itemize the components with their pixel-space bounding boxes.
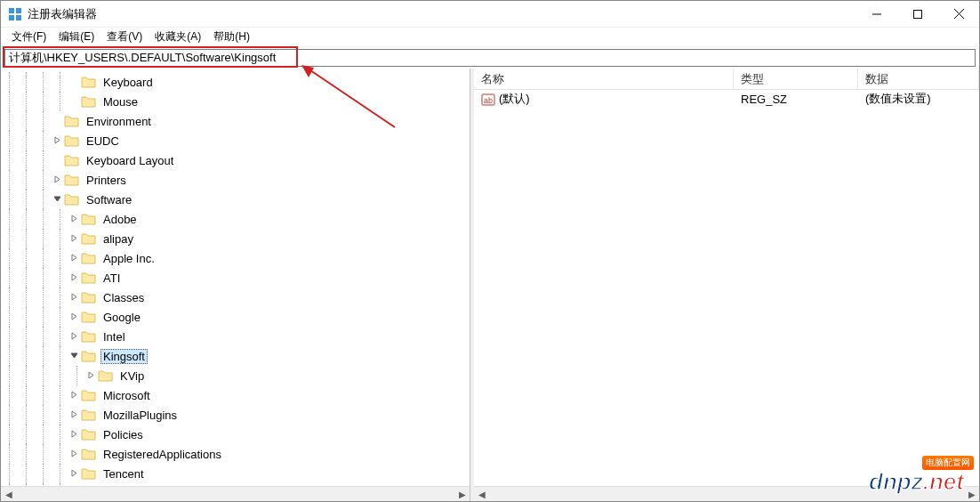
maximize-button[interactable]	[897, 1, 938, 28]
titlebar: 注册表编辑器	[1, 1, 979, 28]
tree-label[interactable]: Environment	[84, 114, 154, 129]
tree-item[interactable]: EUDC	[1, 131, 470, 150]
close-button[interactable]	[938, 1, 979, 28]
menu-edit[interactable]: 编辑(E)	[55, 28, 103, 46]
tree-item[interactable]: ATI	[1, 268, 470, 287]
tree-label[interactable]: MozillaPlugins	[100, 408, 180, 423]
tree-label[interactable]: alipay	[100, 231, 136, 247]
address-input[interactable]	[4, 49, 976, 67]
folder-icon	[64, 153, 80, 167]
col-header-data[interactable]: 数据	[858, 69, 979, 89]
folder-icon	[64, 134, 80, 148]
watermark: 电脑配置网 dnpz.net	[869, 455, 974, 496]
folder-icon	[81, 408, 97, 422]
tree-pane: KeyboardMouseEnvironmentEUDCKeyboard Lay…	[1, 69, 470, 501]
tree-toggle-icon[interactable]	[85, 370, 98, 381]
tree-item[interactable]: Kingsoft	[1, 346, 470, 366]
tree-item[interactable]: KVip	[1, 366, 470, 385]
tree-label[interactable]: Kingsoft	[100, 349, 148, 364]
tree-toggle-icon[interactable]	[52, 194, 64, 205]
cell-name: ab(默认)	[474, 91, 734, 107]
tree-toggle-icon[interactable]	[52, 174, 64, 185]
list-row[interactable]: ab(默认)REG_SZ(数值未设置)	[474, 90, 979, 108]
tree-toggle-icon[interactable]	[68, 390, 81, 401]
tree-toggle-icon[interactable]	[68, 233, 81, 244]
tree-label[interactable]: Software	[84, 192, 134, 207]
scroll-left-icon[interactable]: ◀	[474, 487, 489, 502]
menu-favorites[interactable]: 收藏夹(A)	[151, 28, 210, 46]
tree-item[interactable]: Software	[1, 190, 470, 209]
content-panes: KeyboardMouseEnvironmentEUDCKeyboard Lay…	[1, 69, 979, 501]
tree-toggle-icon[interactable]	[68, 331, 81, 342]
col-header-name[interactable]: 名称	[474, 69, 734, 89]
list-header: 名称 类型 数据	[474, 69, 979, 90]
menu-help[interactable]: 帮助(H)	[210, 28, 259, 46]
tree-hscrollbar[interactable]: ◀ ▶	[1, 486, 470, 501]
tree-label[interactable]: Mouse	[100, 94, 141, 109]
tree-toggle-icon[interactable]	[68, 468, 81, 479]
tree-label[interactable]: KVip	[117, 368, 147, 384]
tree-label[interactable]: Tencent	[100, 466, 147, 482]
col-header-type[interactable]: 类型	[734, 69, 858, 89]
tree-toggle-icon[interactable]	[68, 214, 81, 224]
tree-item[interactable]: Apple Inc.	[1, 248, 470, 268]
menu-file[interactable]: 文件(F)	[8, 28, 55, 46]
tree-item[interactable]: Tencent	[1, 464, 470, 483]
tree-item[interactable]: Classes	[1, 287, 470, 307]
tree-item[interactable]: Google	[1, 307, 470, 327]
tree-label[interactable]: Apple Inc.	[100, 251, 157, 266]
tree-label[interactable]: ATI	[100, 271, 123, 286]
tree-item[interactable]: alipay	[1, 229, 470, 248]
folder-icon	[81, 231, 97, 246]
tree-label[interactable]: Policies	[100, 427, 146, 442]
window-controls	[856, 1, 979, 28]
cell-type: REG_SZ	[734, 93, 858, 106]
tree-item[interactable]: Printers	[1, 170, 470, 190]
tree-label[interactable]: Waves Audio	[100, 486, 173, 487]
tree-label[interactable]: Printers	[84, 173, 129, 188]
tree-container[interactable]: KeyboardMouseEnvironmentEUDCKeyboard Lay…	[1, 72, 470, 486]
tree-label[interactable]: Intel	[100, 329, 128, 344]
list-body[interactable]: ab(默认)REG_SZ(数值未设置)	[474, 90, 979, 486]
tree-label[interactable]: EUDC	[84, 134, 122, 149]
tree-label[interactable]: Classes	[100, 290, 147, 305]
tree-toggle-icon[interactable]	[68, 429, 81, 440]
minimize-button[interactable]	[856, 1, 897, 28]
tree-label[interactable]: Adobe	[100, 212, 140, 227]
tree-item[interactable]: Adobe	[1, 209, 470, 229]
tree-toggle-icon[interactable]	[68, 272, 81, 283]
tree-item[interactable]: Microsoft	[1, 385, 470, 405]
cell-data: (数值未设置)	[858, 91, 979, 107]
tree-item[interactable]: Mouse	[1, 92, 470, 111]
tree-toggle-icon[interactable]	[68, 409, 81, 420]
tree-item[interactable]: RegisteredApplications	[1, 444, 470, 464]
svg-text:ab: ab	[484, 96, 493, 105]
tree-item[interactable]: Policies	[1, 425, 470, 444]
tree-item[interactable]: Intel	[1, 327, 470, 346]
menu-view[interactable]: 查看(V)	[103, 28, 151, 46]
tree-label[interactable]: Google	[100, 310, 143, 325]
scroll-right-icon[interactable]: ▶	[454, 487, 470, 502]
tree-label[interactable]: Keyboard Layout	[84, 153, 176, 168]
tree-label[interactable]: Microsoft	[100, 388, 153, 403]
scroll-left-icon[interactable]: ◀	[1, 487, 16, 502]
tree-toggle-icon[interactable]	[68, 312, 81, 322]
folder-icon	[81, 75, 97, 89]
tree-toggle-icon[interactable]	[68, 351, 81, 361]
svg-rect-3	[16, 15, 21, 20]
folder-icon	[81, 271, 97, 285]
tree-toggle-icon[interactable]	[68, 253, 81, 263]
svg-rect-2	[9, 15, 14, 20]
tree-toggle-icon[interactable]	[68, 449, 81, 459]
string-value-icon: ab	[481, 93, 495, 107]
tree-label[interactable]: Keyboard	[100, 75, 156, 90]
tree-label[interactable]: RegisteredApplications	[100, 447, 224, 462]
tree-item[interactable]: Environment	[1, 111, 470, 131]
watermark-text: dnpz.net	[869, 468, 974, 496]
tree-item[interactable]: Keyboard Layout	[1, 150, 470, 170]
tree-item[interactable]: MozillaPlugins	[1, 405, 470, 425]
tree-toggle-icon[interactable]	[52, 135, 64, 146]
window-title: 注册表编辑器	[28, 6, 856, 22]
tree-toggle-icon[interactable]	[68, 292, 81, 303]
tree-item[interactable]: Keyboard	[1, 72, 470, 92]
